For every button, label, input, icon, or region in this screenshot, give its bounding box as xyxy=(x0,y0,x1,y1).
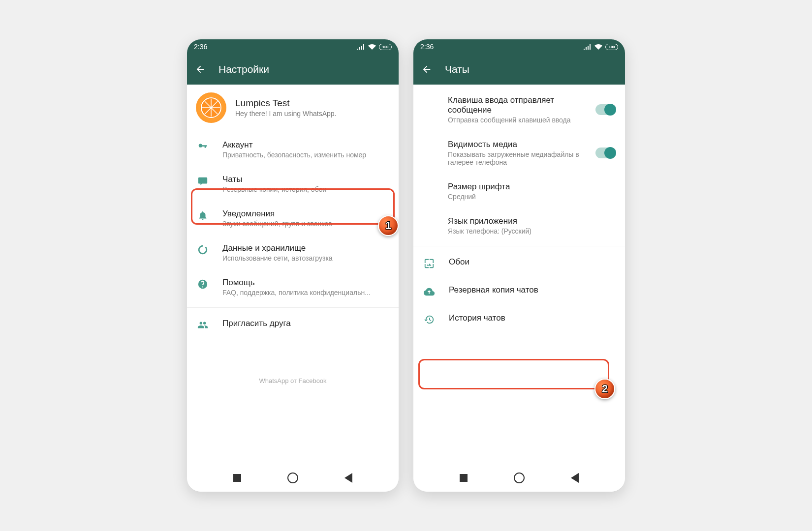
appbar-title: Чаты xyxy=(445,63,469,75)
item-sub: Отправка сообщений клавишей ввода xyxy=(448,116,582,124)
settings-account[interactable]: АккаунтПриватность, безопасность, измени… xyxy=(187,132,399,167)
avatar xyxy=(196,92,226,123)
item-sub: FAQ, поддержка, политика конфиденциальн.… xyxy=(222,289,389,296)
nav-back-icon[interactable] xyxy=(571,473,579,483)
status-icons: 100 xyxy=(357,44,392,50)
nav-home-icon[interactable] xyxy=(514,472,525,483)
battery-icon: 100 xyxy=(379,44,392,50)
item-title: Видимость медиа xyxy=(448,140,582,149)
android-navbar xyxy=(187,464,399,492)
item-title: Язык приложения xyxy=(448,216,615,226)
item-title: Уведомления xyxy=(222,209,389,219)
toggle-switch[interactable] xyxy=(595,104,615,115)
status-icons: 100 xyxy=(584,44,618,50)
signal-icon xyxy=(584,44,592,50)
item-title: Клавиша ввода отправляет сообщение xyxy=(448,95,582,115)
data-usage-icon xyxy=(197,244,208,255)
key-icon xyxy=(197,141,208,152)
appbar: Чаты xyxy=(413,54,625,85)
chats-app-language[interactable]: Язык приложенияЯзык телефона: (Русский) xyxy=(413,208,625,243)
toggle-switch[interactable] xyxy=(595,148,615,158)
chat-icon xyxy=(197,176,208,186)
chats-media-visibility[interactable]: Видимость медиаПоказывать загруженные ме… xyxy=(413,132,625,174)
wifi-icon xyxy=(368,44,376,50)
settings-help[interactable]: ПомощьFAQ, поддержка, политика конфиденц… xyxy=(187,270,399,304)
item-title: Обои xyxy=(449,257,615,267)
profile-row[interactable]: Lumpics Test Hey there! I am using Whats… xyxy=(187,85,399,132)
battery-icon: 100 xyxy=(605,44,618,50)
chats-history[interactable]: История чатов xyxy=(413,305,625,333)
step-badge-1: 1 xyxy=(378,215,399,236)
chats-wallpaper[interactable]: Обои xyxy=(413,249,625,277)
phone-chats: 2:36 100 Чаты Клавиша ввода отправляет с… xyxy=(413,39,625,492)
nav-recent-icon[interactable] xyxy=(460,474,468,482)
wifi-icon xyxy=(594,44,602,50)
signal-icon xyxy=(357,44,365,50)
item-sub: Язык телефона: (Русский) xyxy=(448,227,615,235)
item-sub: Средний xyxy=(448,193,615,201)
step-badge-2: 2 xyxy=(594,379,615,399)
chats-backup[interactable]: Резервная копия чатов xyxy=(413,277,625,305)
history-icon xyxy=(424,314,435,325)
divider xyxy=(413,246,625,246)
people-icon xyxy=(197,320,208,330)
item-title: Данные и хранилище xyxy=(222,243,389,253)
profile-text: Lumpics Test Hey there! I am using Whats… xyxy=(235,98,336,118)
chats-content: Клавиша ввода отправляет сообщениеОтправ… xyxy=(413,85,625,464)
phone-settings: 2:36 100 Настройки Lumpics Test Hey ther… xyxy=(187,39,399,492)
nav-home-icon[interactable] xyxy=(287,472,298,483)
status-time: 2:36 xyxy=(420,43,434,51)
status-time: 2:36 xyxy=(194,43,207,51)
item-sub: Резервные копии, история, обои xyxy=(222,185,389,193)
item-title: Аккаунт xyxy=(222,140,389,150)
item-title: Размер шрифта xyxy=(448,182,615,192)
back-icon[interactable] xyxy=(421,64,432,75)
item-sub: Звуки сообщений, групп и звонков xyxy=(222,220,389,228)
divider xyxy=(187,307,399,308)
settings-invite[interactable]: Пригласить друга xyxy=(187,311,399,339)
item-sub: Приватность, безопасность, изменить номе… xyxy=(222,151,389,159)
nav-recent-icon[interactable] xyxy=(233,474,241,482)
statusbar: 2:36 100 xyxy=(187,39,399,54)
item-title: Пригласить друга xyxy=(222,319,389,328)
profile-name: Lumpics Test xyxy=(235,98,336,109)
item-sub: Показывать загруженные медиафайлы в гале… xyxy=(448,150,582,166)
android-navbar xyxy=(413,464,625,492)
appbar-title: Настройки xyxy=(219,63,269,75)
back-icon[interactable] xyxy=(195,64,206,75)
statusbar: 2:36 100 xyxy=(413,39,625,54)
appbar: Настройки xyxy=(187,54,399,85)
settings-data[interactable]: Данные и хранилищеИспользование сети, ав… xyxy=(187,236,399,270)
bell-icon xyxy=(197,210,208,221)
chats-enterkey[interactable]: Клавиша ввода отправляет сообщениеОтправ… xyxy=(413,85,625,132)
settings-notifications[interactable]: УведомленияЗвуки сообщений, групп и звон… xyxy=(187,201,399,236)
chats-font-size[interactable]: Размер шрифтаСредний xyxy=(413,174,625,208)
settings-content: Lumpics Test Hey there! I am using Whats… xyxy=(187,85,399,464)
item-title: Чаты xyxy=(222,175,389,184)
item-title: Резервная копия чатов xyxy=(449,285,615,295)
help-icon xyxy=(197,279,208,290)
item-sub: Использование сети, автозагрузка xyxy=(222,254,389,262)
wallpaper-icon xyxy=(424,258,435,269)
item-title: История чатов xyxy=(449,313,615,323)
profile-status: Hey there! I am using WhatsApp. xyxy=(235,110,336,118)
settings-chats[interactable]: ЧатыРезервные копии, история, обои xyxy=(187,167,399,201)
footer-text: WhatsApp от Facebook xyxy=(187,368,399,389)
item-title: Помощь xyxy=(222,278,389,288)
cloud-upload-icon xyxy=(424,286,435,297)
nav-back-icon[interactable] xyxy=(344,473,352,483)
